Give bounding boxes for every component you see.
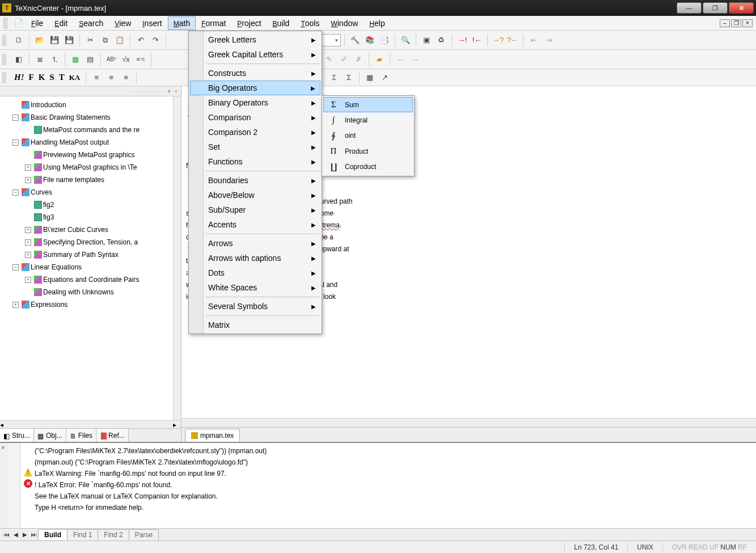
expand-icon[interactable]: + [25,227,31,233]
menu-tools[interactable]: Tools [295,16,325,30]
menu-format[interactable]: Format [196,16,231,30]
expand-icon[interactable]: + [25,164,31,171]
sym-mat-button[interactable]: ▦ [363,71,377,85]
copy-button[interactable]: ⧉ [98,33,112,47]
sidebar-tab-ref[interactable]: 📕Ref... [96,429,129,442]
tree-node[interactable]: +Summary of Path Syntax [2,248,173,261]
maximize-button[interactable]: ❐ [703,2,728,14]
bigop-product[interactable]: ΠProduct [323,143,413,159]
sidebar-tab-obj[interactable]: ▦Obj... [34,429,66,442]
math-menu-greek-capital-letters[interactable]: Greek Capital Letters▶ [190,47,320,62]
collapse-icon[interactable]: − [12,264,19,271]
output-last-button[interactable]: ⏭ [29,530,39,539]
expand-icon[interactable]: + [25,177,31,183]
tree-node[interactable]: Previewing MetaPost graphics [2,149,173,161]
save-button[interactable]: 💾 [48,33,61,47]
expand-icon[interactable]: + [25,252,31,258]
redo-button[interactable]: ↷ [149,33,162,47]
menu-file[interactable]: File [26,16,49,30]
tree-node[interactable]: +Equations and Coordinate Pairs [2,273,173,286]
figure-button[interactable]: ▦ [69,53,82,66]
math-menu-comparison[interactable]: Comparison▶ [190,110,320,125]
output-tab-build[interactable]: Build [38,529,67,540]
tree-node[interactable]: Dealing with Unknowns [2,286,173,298]
math-menu-accents[interactable]: Accents▶ [190,217,320,232]
menu-window[interactable]: Window [325,16,364,30]
big-operators-submenu[interactable]: ΣSum∫Integral∮ointΠProduct∐Coproduct [322,95,415,176]
ab2-button[interactable]: AB² [104,53,118,66]
toolbar-grip[interactable] [2,72,6,83]
editor-hscrollbar[interactable] [181,418,756,427]
output-tab-find-1[interactable]: Find 1 [67,529,98,540]
tree-node[interactable]: −Linear Equations [2,261,173,273]
toggle-b-button[interactable]: ⇥ [542,33,555,47]
math-menu[interactable]: Greek Letters▶Greek Capital Letters▶Cons… [188,31,322,334]
output-text[interactable]: ("C:\Program Files\MiKTeX 2.7\tex\latex\… [20,443,756,528]
text-style-t[interactable]: T [57,70,67,84]
output-prev-button[interactable]: ◀ [11,530,20,539]
text-style-ka[interactable]: KA [67,71,83,85]
tree-node[interactable]: +B\'ezier Cubic Curves [2,223,173,236]
toggle-a-button[interactable]: ⇤ [527,33,540,47]
minimize-button[interactable]: — [677,2,702,14]
open-button[interactable]: 📂 [33,33,47,47]
tree-node[interactable]: Introduction [2,99,173,111]
build-all-button[interactable]: 📑 [378,33,391,47]
math-menu-dots[interactable]: Dots▶ [190,265,320,280]
prev-warn-button[interactable]: ?← [506,33,520,47]
output-first-button[interactable]: ⏮ [2,530,11,539]
menu-view[interactable]: View [109,16,137,30]
align-left-button[interactable]: ≡ [90,71,103,85]
sidebar-tab-files[interactable]: 🗎Files [66,429,96,442]
math-menu-white-spaces[interactable]: White Spaces▶ [190,280,320,295]
expand-icon[interactable]: + [25,277,31,283]
close-button[interactable]: ✕ [729,2,754,14]
mdi-close[interactable]: × [742,19,753,27]
math-menu-several-symbols[interactable]: Several Symbols▶ [190,299,320,314]
output-tab-find-2[interactable]: Find 2 [98,529,129,540]
mdi-restore[interactable]: ❐ [731,19,741,27]
output-next-button[interactable]: ▶ [20,530,29,539]
prev-error-button[interactable]: !← [470,33,484,47]
tree-node[interactable]: +Expressions [2,298,173,311]
frac-button[interactable]: a÷c [134,53,147,66]
clean-button[interactable]: ♻ [434,33,448,47]
text-style-f[interactable]: F [27,70,36,84]
expand-icon[interactable]: + [25,239,31,246]
document-tab[interactable]: mpman.tex [185,429,240,442]
tree-node[interactable]: fig3 [2,211,173,223]
sqrt-button[interactable]: √x [119,53,133,66]
menu-help[interactable]: Help [364,16,390,30]
math-menu-constructs[interactable]: Constructs▶ [190,66,320,81]
undo-button[interactable]: ↶ [134,33,147,47]
tree-node[interactable]: MetaPost commands and the re [2,124,173,136]
sidebar-scrollbar[interactable] [173,96,181,420]
sym-sigma-button[interactable]: Σ [327,71,341,85]
collapse-icon[interactable]: − [12,140,19,146]
menu-search[interactable]: Search [73,16,109,30]
build-button[interactable]: 🔨 [348,33,362,47]
menu-insert[interactable]: Insert [137,16,167,30]
hh2-button[interactable]: ↔ [408,53,422,66]
bigop-sum[interactable]: ΣSum [323,97,413,112]
toolbar-grip[interactable] [3,18,7,29]
math-menu-functions[interactable]: Functions▶ [190,154,320,169]
output-tab-parse[interactable]: Parse [129,529,159,540]
math-menu-comparison-2[interactable]: Comparison 2▶ [190,125,320,140]
collapse-icon[interactable]: − [12,189,19,196]
tree-node[interactable]: −Curves [2,186,173,199]
save-all-button[interactable]: 💾 [62,33,76,47]
math-menu-set[interactable]: Set▶ [190,140,320,154]
mdi-minimize[interactable]: – [720,19,730,27]
tree-node[interactable]: fig2 [2,199,173,211]
math-menu-binary-operators[interactable]: Binary Operators▶ [190,95,320,110]
output-close-button[interactable]: × [0,443,8,528]
bigop-oint[interactable]: ∮oint [323,128,413,143]
bookmark-button[interactable]: ▰ [373,53,386,66]
tree-node[interactable]: +Specifying Direction, Tension, a [2,236,173,248]
document-tree[interactable]: Introduction−Basic Drawing Statements Me… [0,96,173,420]
build-view-button[interactable]: 📚 [363,33,377,47]
enumerate-button[interactable]: ⒈ [48,53,61,66]
next-error-button[interactable]: →! [455,33,469,47]
tree-node[interactable]: −Basic Drawing Statements [2,111,173,124]
